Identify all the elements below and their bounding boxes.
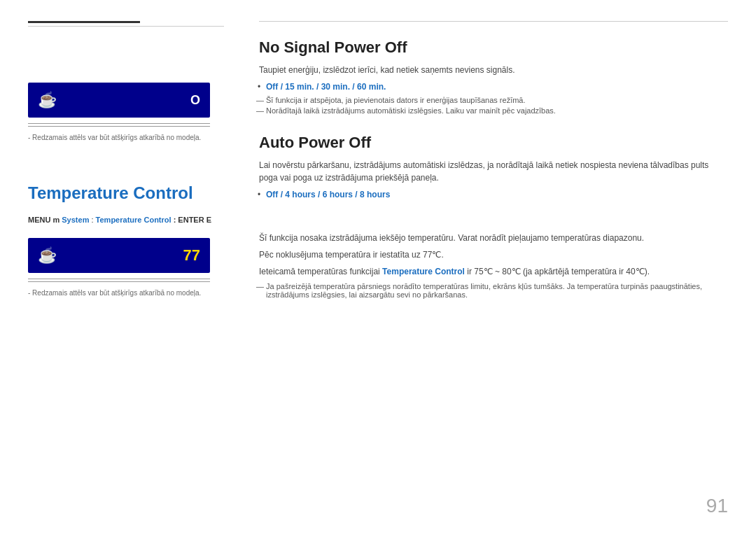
menu-separator1: : (89, 216, 95, 224)
page-number: 91 (706, 495, 728, 517)
top-line-full (28, 26, 224, 27)
redzamais-note-1: Redzamais attēls var būt atšķirīgs atkar… (28, 134, 210, 141)
redzamais-note-2: Redzamais attēls var būt atšķirīgs atkar… (28, 289, 224, 297)
temp-number: 77 (183, 246, 200, 265)
temp-desc-2: Pēc noklusējuma temperatūra ir iestatīta… (259, 248, 728, 261)
no-signal-bullet: Off / 15 min. / 30 min. / 60 min. (266, 82, 728, 92)
auto-power-bullets: Off / 4 hours / 6 hours / 8 hours (259, 190, 728, 199)
auto-power-bullet: Off / 4 hours / 6 hours / 8 hours (266, 190, 728, 199)
screen-preview-area: ☕ O Redzamais attēls var būt atšķirīgs a… (28, 83, 210, 141)
auto-power-section: Auto Power Off Lai novērstu pārkaršanu, … (259, 134, 728, 204)
screen-box: ☕ O (28, 83, 210, 118)
temp-screen-box: ☕ 77 (28, 238, 210, 273)
no-signal-bullet-text: Off / 15 min. / 30 min. / 60 min. (266, 82, 386, 92)
temp-control-title: Temperature Control (28, 183, 224, 203)
screen-letter: O (190, 93, 200, 108)
temp-desc-3-highlight: Temperature Control (382, 267, 465, 276)
no-signal-desc: Taupiet enerģiju, izslēdzot ierīci, kad … (259, 64, 728, 76)
auto-power-title: Auto Power Off (259, 134, 728, 152)
menu-separator2: : ENTER E (172, 216, 211, 224)
no-signal-note-2: Norādītajā laikā izstrādājums automātisk… (259, 106, 728, 115)
temp-note: Ja pašreizējā temperatūra pārsniegs norā… (259, 282, 728, 299)
temp-underline2 (28, 281, 210, 282)
menu-path: MENU m System : Temperature Control : EN… (28, 216, 224, 224)
screen-underline2 (28, 126, 210, 127)
temp-desc-3-prefix: Ieteicamā temperatūras funkcijai (259, 267, 382, 276)
menu-temp-control: Temperature Control (96, 216, 172, 224)
temp-desc-1: Šī funkcija nosaka izstrādājuma iekšējo … (259, 232, 728, 244)
temp-icon: ☕ (38, 246, 57, 265)
auto-power-desc: Lai novērstu pārkaršanu, izstrādājums au… (259, 159, 728, 184)
no-signal-section: No Signal Power Off Taupiet enerģiju, iz… (259, 38, 728, 117)
temp-right-section: Šī funkcija nosaka izstrādājuma iekšējo … (259, 232, 728, 301)
menu-prefix: MENU m (28, 216, 62, 224)
temp-desc-3: Ieteicamā temperatūras funkcijai Tempera… (259, 265, 728, 278)
top-divider (28, 21, 140, 23)
no-signal-title: No Signal Power Off (259, 38, 728, 57)
temp-desc-3-suffix: ir 75℃ ~ 80℃ (ja apkārtējā temperatūra i… (465, 267, 650, 276)
right-column: No Signal Power Off Taupiet enerģiju, iz… (245, 21, 728, 513)
right-top-line (259, 21, 728, 22)
left-column: ☕ O Redzamais attēls var būt atšķirīgs a… (28, 21, 245, 513)
menu-system: System (62, 216, 89, 224)
temp-section-left: Temperature Control MENU m System : Temp… (28, 183, 224, 297)
no-signal-note-1: Šī funkcija ir atspējota, ja pievienotai… (259, 96, 728, 104)
screen-icon: ☕ (38, 91, 57, 109)
temp-underline (28, 279, 210, 279)
no-signal-bullets: Off / 15 min. / 30 min. / 60 min. (259, 82, 728, 92)
screen-underline (28, 123, 210, 124)
auto-power-bullet-text: Off / 4 hours / 6 hours / 8 hours (266, 190, 390, 199)
